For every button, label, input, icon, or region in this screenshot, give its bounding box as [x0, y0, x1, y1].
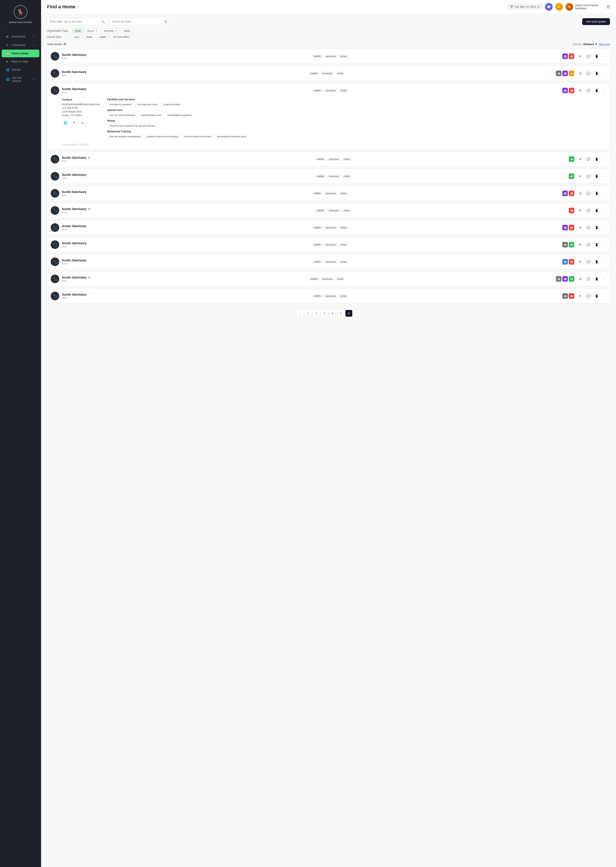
expand-button[interactable]: ›: [601, 225, 607, 230]
map-view-button[interactable]: Map view: [599, 43, 610, 46]
remove-rescue-icon[interactable]: ✕: [95, 29, 97, 32]
code-button[interactable]: ◇: [79, 119, 86, 126]
favorite-star[interactable]: ☆: [88, 70, 91, 74]
phone-button[interactable]: 📱: [593, 224, 600, 231]
chat-button[interactable]: 💬: [585, 156, 592, 163]
phone-button[interactable]: 📱: [593, 258, 600, 265]
email-button[interactable]: ✉: [577, 156, 584, 163]
prev-page-button[interactable]: ‹: [297, 310, 303, 317]
email-button[interactable]: ✉: [577, 292, 584, 299]
page-1-button[interactable]: 1: [305, 310, 312, 317]
filter-tag-wildlife[interactable]: wildlife ✕: [97, 35, 112, 39]
chat-button[interactable]: 💬: [585, 70, 592, 77]
page-5-button[interactable]: 5: [337, 310, 344, 317]
location-search-input[interactable]: [47, 18, 107, 25]
expand-button[interactable]: ›: [601, 259, 607, 264]
page-4-button[interactable]: 4: [329, 310, 336, 317]
view-quick-guides-button[interactable]: view quick guides: [582, 18, 610, 25]
expand-button[interactable]: ›: [601, 191, 607, 196]
chat-button[interactable]: 💬: [585, 53, 592, 60]
expand-button[interactable]: ›: [601, 208, 607, 213]
next-page-button[interactable]: ›: [354, 310, 360, 317]
expand-button[interactable]: ›: [601, 174, 607, 179]
remove-wildlife-icon[interactable]: ✕: [108, 36, 110, 38]
favorite-star[interactable]: ☆: [88, 293, 91, 296]
email-button[interactable]: ✉: [577, 190, 584, 197]
collapse-button[interactable]: ⌄: [601, 88, 607, 93]
chat-button[interactable]: 💬: [585, 207, 592, 214]
favorite-star-filled[interactable]: ★: [88, 276, 91, 279]
email-button[interactable]: ✉: [577, 224, 584, 231]
phone-button[interactable]: 📱: [593, 190, 600, 197]
phone-button[interactable]: 📱: [593, 173, 600, 180]
phone-button[interactable]: 📱: [593, 53, 600, 60]
info-icon[interactable]: ⓘ: [77, 5, 80, 9]
page-3-button[interactable]: 3: [321, 310, 328, 317]
email-button[interactable]: ✉: [577, 70, 584, 77]
email-button[interactable]: ✉: [577, 258, 584, 265]
notifications-button[interactable]: 🔔: [555, 3, 563, 11]
sidebar-item-donate[interactable]: 🌐 Donate: [2, 66, 39, 74]
remove-sanctuary-icon[interactable]: ✕: [115, 29, 117, 32]
favorite-star[interactable]: ☆: [88, 242, 91, 245]
filter-tag-farm[interactable]: farm: [72, 35, 82, 39]
messages-button[interactable]: 💬: [545, 3, 553, 11]
chat-button[interactable]: 💬: [585, 275, 592, 282]
favorite-star-filled[interactable]: ★: [88, 156, 91, 159]
user-avatar-area[interactable]: A Austin Furry Friends Sanctuary ☰: [566, 3, 610, 11]
chat-button[interactable]: 💬: [585, 87, 592, 94]
sidebar-item-join-network[interactable]: 🌐 Join the network +: [2, 74, 39, 85]
favorite-star[interactable]: ☆: [88, 173, 91, 176]
filter-tag-shelter-org[interactable]: shelter: [121, 29, 133, 33]
chat-button[interactable]: 💬: [585, 190, 592, 197]
email-button[interactable]: ✉: [577, 53, 584, 60]
chat-button[interactable]: 💬: [585, 292, 592, 299]
expand-button[interactable]: ›: [601, 294, 607, 298]
expand-button[interactable]: ›: [601, 54, 607, 59]
sort-button[interactable]: Distance ▼: [583, 43, 597, 46]
favorite-star-filled[interactable]: ★: [88, 207, 91, 210]
favorite-star[interactable]: ☆: [88, 259, 91, 262]
page-6-button[interactable]: 6: [346, 310, 352, 317]
email-button[interactable]: ✉: [577, 275, 584, 282]
email-button[interactable]: ✉: [577, 173, 584, 180]
phone-button[interactable]: 📱: [593, 207, 600, 214]
sidebar-item-find-a-home[interactable]: 🏠 Find a Home: [2, 50, 39, 57]
chat-button[interactable]: 💬: [585, 224, 592, 231]
filter-tag-rehab[interactable]: rehab: [72, 29, 83, 33]
phone-button[interactable]: 📱: [593, 87, 600, 94]
chat-button[interactable]: 💬: [585, 258, 592, 265]
expand-button[interactable]: ›: [601, 71, 607, 76]
phone-button[interactable]: 📱: [593, 292, 600, 299]
filter-tag-rescue[interactable]: rescue ✕: [85, 28, 100, 33]
expand-button[interactable]: ›: [601, 276, 607, 281]
favorite-star[interactable]: ☆: [88, 87, 91, 91]
phone-button[interactable]: 📱: [593, 70, 600, 77]
more-filters-button[interactable]: ⚙ more filters: [113, 36, 129, 38]
email-button[interactable]: ✉: [577, 207, 584, 214]
email-button[interactable]: ✉: [577, 87, 584, 94]
filter-tag-shelter-animal[interactable]: shelter: [83, 35, 95, 39]
share-button[interactable]: ↗: [71, 119, 77, 126]
expand-button[interactable]: ›: [601, 157, 607, 162]
favorite-star[interactable]: ☆: [88, 190, 91, 193]
page-2-button[interactable]: 2: [313, 310, 320, 317]
sidebar-item-community[interactable]: ✳ Community +: [2, 41, 39, 49]
expand-button[interactable]: ›: [601, 242, 607, 247]
sidebar-item-dashboard[interactable]: ⊞ Dashboard +: [2, 33, 39, 41]
result-card: 🐾 Austin Sanctuary ★ Hero wildlife sanct…: [47, 203, 610, 218]
chat-button[interactable]: 💬: [585, 241, 592, 248]
date-badge[interactable]: 📅 Tue, Mar. 23, 2024 ▼: [507, 4, 542, 10]
phone-button[interactable]: 📱: [593, 275, 600, 282]
phone-button[interactable]: 📱: [593, 241, 600, 248]
filter-tag-sanctuary[interactable]: sanctuary ✕: [101, 28, 119, 33]
sidebar-item-ways-to-help[interactable]: ♥ Ways to Help: [2, 58, 39, 66]
website-button[interactable]: 🌐: [62, 119, 69, 126]
hamburger-icon[interactable]: ☰: [607, 5, 610, 9]
phone-button[interactable]: 📱: [593, 156, 600, 163]
favorite-star[interactable]: ☆: [88, 225, 91, 228]
name-search-input[interactable]: [110, 18, 170, 25]
favorite-star[interactable]: ☆: [88, 53, 91, 57]
chat-button[interactable]: 💬: [585, 173, 592, 180]
email-button[interactable]: ✉: [577, 241, 584, 248]
